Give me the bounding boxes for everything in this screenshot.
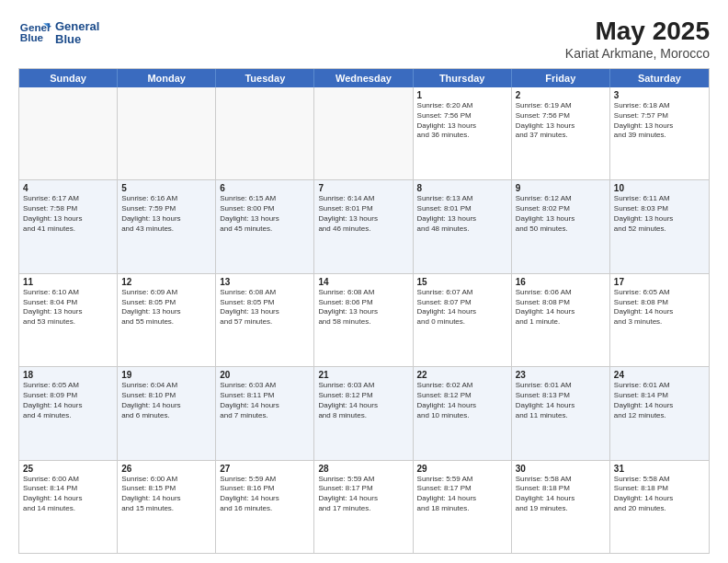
calendar-row: 1Sunrise: 6:20 AM Sunset: 7:56 PM Daylig…	[19, 87, 709, 180]
calendar-cell: 6Sunrise: 6:15 AM Sunset: 8:00 PM Daylig…	[216, 180, 314, 272]
day-number: 6	[220, 183, 310, 193]
logo-text: General Blue	[55, 20, 99, 47]
calendar-cell: 25Sunrise: 6:00 AM Sunset: 8:14 PM Dayli…	[19, 461, 118, 553]
calendar-cell: 3Sunrise: 6:18 AM Sunset: 7:57 PM Daylig…	[610, 87, 709, 179]
cell-info: Sunrise: 5:58 AM Sunset: 8:18 PM Dayligh…	[614, 475, 705, 514]
calendar-cell: 14Sunrise: 6:08 AM Sunset: 8:06 PM Dayli…	[314, 274, 413, 366]
calendar-cell: 18Sunrise: 6:05 AM Sunset: 8:09 PM Dayli…	[19, 367, 118, 459]
svg-text:Blue: Blue	[20, 31, 44, 43]
calendar-cell: 31Sunrise: 5:58 AM Sunset: 8:18 PM Dayli…	[610, 461, 709, 553]
calendar-cell: 29Sunrise: 5:59 AM Sunset: 8:17 PM Dayli…	[414, 461, 512, 553]
calendar-cell: 17Sunrise: 6:05 AM Sunset: 8:08 PM Dayli…	[610, 274, 709, 366]
weekday-header: Friday	[512, 69, 610, 87]
calendar-cell: 22Sunrise: 6:02 AM Sunset: 8:12 PM Dayli…	[414, 367, 512, 459]
title-block: May 2025 Kariat Arkmane, Morocco	[565, 17, 710, 61]
logo: General Blue General Blue	[18, 17, 99, 50]
cell-info: Sunrise: 6:00 AM Sunset: 8:15 PM Dayligh…	[121, 475, 211, 514]
cell-info: Sunrise: 6:07 AM Sunset: 8:07 PM Dayligh…	[417, 288, 507, 327]
cell-info: Sunrise: 6:12 AM Sunset: 8:02 PM Dayligh…	[516, 194, 606, 234]
cell-info: Sunrise: 6:20 AM Sunset: 7:56 PM Dayligh…	[417, 101, 507, 141]
calendar-cell: 26Sunrise: 6:00 AM Sunset: 8:15 PM Dayli…	[118, 461, 216, 553]
calendar-cell: 28Sunrise: 5:59 AM Sunset: 8:17 PM Dayli…	[314, 461, 413, 553]
day-number: 17	[614, 277, 705, 287]
calendar-header: SundayMondayTuesdayWednesdayThursdayFrid…	[19, 69, 709, 87]
weekday-header: Saturday	[610, 69, 709, 87]
day-number: 10	[614, 183, 705, 193]
day-number: 28	[318, 464, 408, 474]
weekday-header: Monday	[118, 69, 216, 87]
calendar-cell: 2Sunrise: 6:19 AM Sunset: 7:56 PM Daylig…	[512, 87, 610, 179]
day-number: 31	[614, 464, 705, 474]
calendar-row: 18Sunrise: 6:05 AM Sunset: 8:09 PM Dayli…	[19, 367, 709, 460]
day-number: 21	[318, 370, 408, 380]
calendar-row: 11Sunrise: 6:10 AM Sunset: 8:04 PM Dayli…	[19, 274, 709, 367]
calendar-cell	[19, 87, 118, 179]
cell-info: Sunrise: 6:18 AM Sunset: 7:57 PM Dayligh…	[614, 101, 705, 141]
day-number: 11	[23, 277, 113, 287]
cell-info: Sunrise: 5:58 AM Sunset: 8:18 PM Dayligh…	[516, 475, 606, 514]
cell-info: Sunrise: 6:05 AM Sunset: 8:09 PM Dayligh…	[23, 381, 113, 420]
cell-info: Sunrise: 6:19 AM Sunset: 7:56 PM Dayligh…	[516, 101, 606, 141]
calendar-cell: 27Sunrise: 5:59 AM Sunset: 8:16 PM Dayli…	[216, 461, 314, 553]
calendar-cell: 24Sunrise: 6:01 AM Sunset: 8:14 PM Dayli…	[610, 367, 709, 459]
cell-info: Sunrise: 6:04 AM Sunset: 8:10 PM Dayligh…	[121, 381, 211, 420]
day-number: 5	[121, 183, 211, 193]
day-number: 20	[220, 370, 310, 380]
day-number: 27	[220, 464, 310, 474]
day-number: 14	[318, 277, 408, 287]
calendar-cell: 4Sunrise: 6:17 AM Sunset: 7:58 PM Daylig…	[19, 180, 118, 272]
calendar-cell	[314, 87, 413, 179]
cell-info: Sunrise: 6:02 AM Sunset: 8:12 PM Dayligh…	[417, 381, 507, 420]
cell-info: Sunrise: 6:11 AM Sunset: 8:03 PM Dayligh…	[614, 194, 705, 234]
cell-info: Sunrise: 5:59 AM Sunset: 8:16 PM Dayligh…	[220, 475, 310, 514]
cell-info: Sunrise: 6:01 AM Sunset: 8:14 PM Dayligh…	[614, 381, 705, 420]
cell-info: Sunrise: 5:59 AM Sunset: 8:17 PM Dayligh…	[318, 475, 408, 514]
calendar-cell: 10Sunrise: 6:11 AM Sunset: 8:03 PM Dayli…	[610, 180, 709, 272]
calendar-cell: 9Sunrise: 6:12 AM Sunset: 8:02 PM Daylig…	[512, 180, 610, 272]
calendar-cell	[216, 87, 314, 179]
calendar-cell: 21Sunrise: 6:03 AM Sunset: 8:12 PM Dayli…	[314, 367, 413, 459]
page-header: General Blue General Blue May 2025 Karia…	[18, 17, 710, 61]
calendar-cell	[118, 87, 216, 179]
calendar-cell: 11Sunrise: 6:10 AM Sunset: 8:04 PM Dayli…	[19, 274, 118, 366]
calendar-cell: 15Sunrise: 6:07 AM Sunset: 8:07 PM Dayli…	[414, 274, 512, 366]
day-number: 12	[121, 277, 211, 287]
subtitle: Kariat Arkmane, Morocco	[565, 46, 710, 61]
day-number: 26	[121, 464, 211, 474]
calendar-cell: 19Sunrise: 6:04 AM Sunset: 8:10 PM Dayli…	[118, 367, 216, 459]
day-number: 23	[516, 370, 606, 380]
day-number: 2	[516, 90, 606, 100]
calendar-cell: 20Sunrise: 6:03 AM Sunset: 8:11 PM Dayli…	[216, 367, 314, 459]
cell-info: Sunrise: 6:10 AM Sunset: 8:04 PM Dayligh…	[23, 288, 113, 327]
calendar-body: 1Sunrise: 6:20 AM Sunset: 7:56 PM Daylig…	[19, 87, 709, 553]
day-number: 16	[516, 277, 606, 287]
day-number: 8	[417, 183, 507, 193]
day-number: 22	[417, 370, 507, 380]
cell-info: Sunrise: 6:17 AM Sunset: 7:58 PM Dayligh…	[23, 194, 113, 234]
day-number: 3	[614, 90, 705, 100]
cell-info: Sunrise: 6:08 AM Sunset: 8:06 PM Dayligh…	[318, 288, 408, 327]
cell-info: Sunrise: 6:14 AM Sunset: 8:01 PM Dayligh…	[318, 194, 408, 234]
calendar-row: 4Sunrise: 6:17 AM Sunset: 7:58 PM Daylig…	[19, 180, 709, 273]
day-number: 4	[23, 183, 113, 193]
day-number: 7	[318, 183, 408, 193]
calendar-row: 25Sunrise: 6:00 AM Sunset: 8:14 PM Dayli…	[19, 461, 709, 553]
cell-info: Sunrise: 6:15 AM Sunset: 8:00 PM Dayligh…	[220, 194, 310, 234]
day-number: 15	[417, 277, 507, 287]
calendar-cell: 23Sunrise: 6:01 AM Sunset: 8:13 PM Dayli…	[512, 367, 610, 459]
day-number: 25	[23, 464, 113, 474]
day-number: 1	[417, 90, 507, 100]
day-number: 29	[417, 464, 507, 474]
cell-info: Sunrise: 6:05 AM Sunset: 8:08 PM Dayligh…	[614, 288, 705, 327]
calendar-cell: 30Sunrise: 5:58 AM Sunset: 8:18 PM Dayli…	[512, 461, 610, 553]
cell-info: Sunrise: 5:59 AM Sunset: 8:17 PM Dayligh…	[417, 475, 507, 514]
cell-info: Sunrise: 6:06 AM Sunset: 8:08 PM Dayligh…	[516, 288, 606, 327]
calendar-cell: 1Sunrise: 6:20 AM Sunset: 7:56 PM Daylig…	[414, 87, 512, 179]
calendar-cell: 8Sunrise: 6:13 AM Sunset: 8:01 PM Daylig…	[414, 180, 512, 272]
cell-info: Sunrise: 6:08 AM Sunset: 8:05 PM Dayligh…	[220, 288, 310, 327]
cell-info: Sunrise: 6:01 AM Sunset: 8:13 PM Dayligh…	[516, 381, 606, 420]
cell-info: Sunrise: 6:13 AM Sunset: 8:01 PM Dayligh…	[417, 194, 507, 234]
main-title: May 2025	[565, 17, 710, 46]
day-number: 30	[516, 464, 606, 474]
calendar-cell: 7Sunrise: 6:14 AM Sunset: 8:01 PM Daylig…	[314, 180, 413, 272]
